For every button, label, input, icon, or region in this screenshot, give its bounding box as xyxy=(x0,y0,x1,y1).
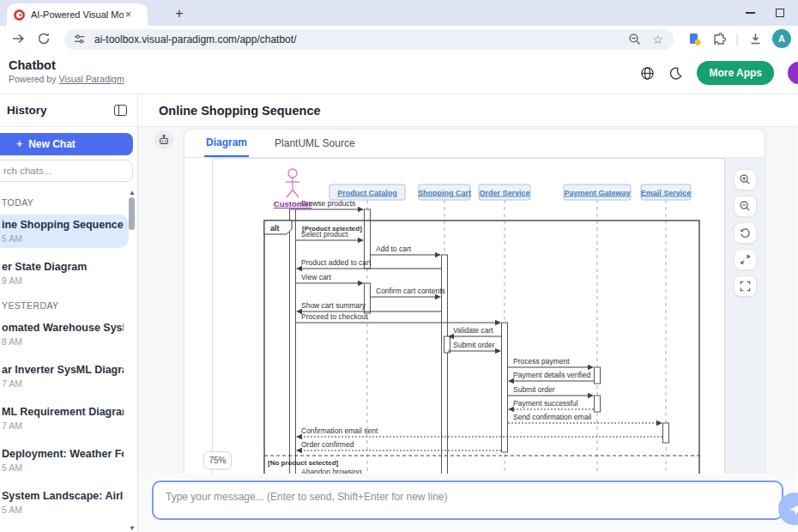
section-label: YESTERDAY xyxy=(2,300,129,311)
fullscreen-button[interactable] xyxy=(734,275,757,297)
svg-text:[No product selected]: [No product selected] xyxy=(268,459,339,467)
chat-item-time: 5 AM xyxy=(2,462,124,473)
chat-area: Diagram PlantUML Source alt[Product sele… xyxy=(138,127,797,474)
reload-icon[interactable] xyxy=(36,31,51,46)
svg-text:Payment Gateway: Payment Gateway xyxy=(564,189,630,197)
extensions-puzzle-icon[interactable] xyxy=(711,32,726,46)
svg-text:Order confirmed: Order confirmed xyxy=(301,440,354,449)
sequence-diagram-svg: alt[Product selected][No product selecte… xyxy=(213,159,725,474)
scroll-down-icon[interactable]: ▼ xyxy=(128,524,136,532)
forward-icon[interactable] xyxy=(10,31,26,46)
app-title: Chatbot xyxy=(9,58,56,72)
svg-text:Confirmation email sent: Confirmation email sent xyxy=(301,426,378,435)
svg-text:Submit order: Submit order xyxy=(513,385,555,394)
svg-text:Payment details verified: Payment details verified xyxy=(513,371,591,379)
search-chats-input[interactable] xyxy=(0,160,133,182)
powered-by: Powered by Visual Paradigm xyxy=(9,74,124,84)
message-input[interactable] xyxy=(152,481,783,520)
zoom-indicator-icon[interactable] xyxy=(628,33,642,46)
tab-plantuml-source[interactable]: PlantUML Source xyxy=(273,130,357,157)
svg-text:Order Service: Order Service xyxy=(479,189,529,197)
svg-text:Proceed to checkout: Proceed to checkout xyxy=(301,312,368,321)
chat-list-item[interactable]: omated Warehouse SysM...8 AM xyxy=(0,317,129,351)
chat-list-item[interactable]: Hotel Reservation Backend xyxy=(0,528,129,532)
page-title: Online Shopping Sequence xyxy=(159,104,321,118)
chat-item-time: 5 AM xyxy=(2,233,124,244)
svg-text:Validate cart: Validate cart xyxy=(453,326,493,335)
app-header: Chatbot Powered by Visual Paradigm More … xyxy=(0,51,798,94)
chat-item-title: er State Diagram xyxy=(2,261,124,273)
profile-avatar[interactable]: A xyxy=(772,29,791,48)
section-label: TODAY xyxy=(2,197,129,208)
chat-list-item[interactable]: er State Diagram9 AM xyxy=(0,257,129,290)
bookmark-star-icon[interactable]: ☆ xyxy=(652,33,663,46)
chat-item-time: 8 AM xyxy=(2,336,124,347)
chat-item-time: 5 AM xyxy=(2,505,124,515)
chat-list-item[interactable]: System Landscape: Airline...5 AM xyxy=(0,486,129,519)
window-controls xyxy=(746,0,791,26)
chat-item-time: 9 AM xyxy=(2,275,124,286)
chat-item-title: ar Inverter SysML Diagram xyxy=(2,364,124,376)
collapse-panel-icon[interactable] xyxy=(114,105,127,116)
new-tab-button[interactable]: + xyxy=(168,3,190,24)
svg-text:Add to cart: Add to cart xyxy=(376,245,412,253)
reset-view-button[interactable] xyxy=(734,222,757,244)
chat-list-item[interactable]: Deployment: Weather For...5 AM xyxy=(0,444,129,477)
bot-avatar-icon xyxy=(154,130,173,149)
svg-text:Customer: Customer xyxy=(274,199,312,209)
sidebar-scrollbar[interactable]: ▲ ▼ xyxy=(128,190,136,532)
svg-text:Send confirmation email: Send confirmation email xyxy=(513,413,591,421)
language-globe-icon[interactable] xyxy=(640,66,655,81)
svg-text:Process payment: Process payment xyxy=(513,357,570,366)
browser-window: AI-Powered Visual Modeling Ch × + ai-too… xyxy=(0,0,798,532)
chat-list: TODAYine Shopping Sequence5 AMer State D… xyxy=(0,187,129,532)
chat-item-title: ML Requirement Diagram... xyxy=(2,406,124,418)
chat-item-title: System Landscape: Airline... xyxy=(2,490,124,502)
user-avatar[interactable] xyxy=(788,62,798,84)
svg-text:Select product: Select product xyxy=(301,230,348,239)
toolbar-separator: | xyxy=(735,32,739,45)
svg-text:alt: alt xyxy=(270,224,280,233)
svg-text:Shopping Cart: Shopping Cart xyxy=(418,189,471,197)
site-favicon-icon xyxy=(14,9,25,21)
new-chat-button[interactable]: + New Chat xyxy=(0,133,133,155)
chat-list-item[interactable]: ine Shopping Sequence5 AM xyxy=(0,215,129,248)
diagram-controls xyxy=(725,158,765,474)
dark-mode-moon-icon[interactable] xyxy=(668,66,683,81)
window-maximize-icon[interactable] xyxy=(776,9,784,17)
browser-tab[interactable]: AI-Powered Visual Modeling Ch × xyxy=(7,3,148,26)
sidebar-title: History xyxy=(7,104,47,117)
diagram-card: Diagram PlantUML Source alt[Product sele… xyxy=(184,129,765,474)
tab-diagram[interactable]: Diagram xyxy=(204,130,249,157)
site-settings-icon[interactable] xyxy=(73,33,86,45)
chat-list-item[interactable]: ML Requirement Diagram...7 AM xyxy=(0,402,129,435)
svg-text:Email Service: Email Service xyxy=(641,189,692,197)
window-minimize-icon[interactable] xyxy=(746,12,755,14)
zoom-in-button[interactable] xyxy=(734,169,757,190)
more-apps-button[interactable]: More Apps xyxy=(697,61,774,85)
svg-text:Abandon browsing: Abandon browsing xyxy=(301,468,362,474)
toolbar-right: | A xyxy=(687,26,798,51)
chat-item-time: 7 AM xyxy=(2,378,124,389)
tab-close-icon[interactable]: × xyxy=(125,9,131,21)
svg-text:Product Catalog: Product Catalog xyxy=(337,189,397,197)
browser-tab-strip: AI-Powered Visual Modeling Ch × + xyxy=(0,0,798,26)
url-text[interactable]: ai-toolbox.visual-paradigm.com/app/chatb… xyxy=(94,33,628,45)
chat-item-time: 7 AM xyxy=(2,420,124,431)
visual-paradigm-link[interactable]: Visual Paradigm xyxy=(58,74,124,84)
chat-list-item[interactable]: ar Inverter SysML Diagram7 AM xyxy=(0,360,129,393)
expand-button[interactable] xyxy=(734,249,757,270)
card-tabs: Diagram PlantUML Source xyxy=(184,130,765,158)
download-icon[interactable] xyxy=(748,32,763,46)
main-area: Online Shopping Sequence Diagram PlantUM… xyxy=(138,94,797,532)
diagram-viewport[interactable]: alt[Product selected][No product selecte… xyxy=(212,158,725,474)
scroll-up-icon[interactable]: ▲ xyxy=(128,189,136,196)
scrollbar-thumb[interactable] xyxy=(129,197,135,230)
address-bar[interactable]: ai-toolbox.visual-paradigm.com/app/chatb… xyxy=(64,29,674,50)
extension-doc-icon[interactable] xyxy=(687,32,702,46)
svg-text:Confirm cart contents: Confirm cart contents xyxy=(376,287,445,295)
svg-text:Show cart summary: Show cart summary xyxy=(301,301,366,310)
svg-text:Submit order: Submit order xyxy=(453,341,495,349)
zoom-out-button[interactable] xyxy=(734,196,757,217)
chat-item-title: Deployment: Weather For... xyxy=(2,448,124,460)
